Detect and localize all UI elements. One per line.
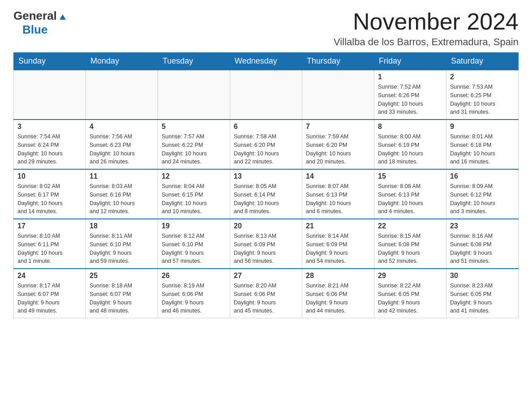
day-number: 20 <box>234 222 298 230</box>
day-info: Sunrise: 8:00 AM Sunset: 6:19 PM Dayligh… <box>378 133 442 166</box>
day-cell: 22Sunrise: 8:15 AM Sunset: 6:08 PM Dayli… <box>374 219 446 269</box>
day-cell <box>14 70 86 120</box>
day-number: 23 <box>450 222 515 230</box>
col-header-sunday: Sunday <box>14 53 86 70</box>
day-cell: 24Sunrise: 8:17 AM Sunset: 6:07 PM Dayli… <box>14 269 86 318</box>
day-info: Sunrise: 8:21 AM Sunset: 6:06 PM Dayligh… <box>306 282 370 315</box>
day-cell: 28Sunrise: 8:21 AM Sunset: 6:06 PM Dayli… <box>302 269 374 318</box>
day-number: 4 <box>90 123 154 131</box>
day-number: 9 <box>450 123 515 131</box>
day-info: Sunrise: 8:18 AM Sunset: 6:07 PM Dayligh… <box>90 282 154 315</box>
week-row-5: 24Sunrise: 8:17 AM Sunset: 6:07 PM Dayli… <box>14 269 519 318</box>
logo-general: General <box>13 9 57 23</box>
svg-marker-0 <box>60 14 66 20</box>
day-cell: 8Sunrise: 8:00 AM Sunset: 6:19 PM Daylig… <box>374 120 446 169</box>
day-info: Sunrise: 8:12 AM Sunset: 6:10 PM Dayligh… <box>162 232 226 265</box>
day-info: Sunrise: 8:22 AM Sunset: 6:05 PM Dayligh… <box>378 282 442 315</box>
day-cell: 18Sunrise: 8:11 AM Sunset: 6:10 PM Dayli… <box>86 219 158 269</box>
day-cell: 13Sunrise: 8:05 AM Sunset: 6:14 PM Dayli… <box>230 169 302 219</box>
day-cell: 9Sunrise: 8:01 AM Sunset: 6:18 PM Daylig… <box>446 120 519 169</box>
day-number: 21 <box>306 222 370 230</box>
day-info: Sunrise: 8:07 AM Sunset: 6:13 PM Dayligh… <box>306 182 370 216</box>
day-cell <box>86 70 158 120</box>
title-section: November 2024 Villalba de los Barros, Ex… <box>334 9 519 48</box>
month-year-title: November 2024 <box>334 9 519 34</box>
week-row-3: 10Sunrise: 8:02 AM Sunset: 6:17 PM Dayli… <box>14 169 519 219</box>
day-cell: 1Sunrise: 7:52 AM Sunset: 6:26 PM Daylig… <box>374 70 446 120</box>
day-info: Sunrise: 8:23 AM Sunset: 6:05 PM Dayligh… <box>450 282 515 315</box>
day-info: Sunrise: 8:16 AM Sunset: 6:08 PM Dayligh… <box>450 232 515 265</box>
day-info: Sunrise: 7:58 AM Sunset: 6:20 PM Dayligh… <box>234 133 298 166</box>
day-info: Sunrise: 7:54 AM Sunset: 6:24 PM Dayligh… <box>17 133 82 166</box>
day-info: Sunrise: 8:13 AM Sunset: 6:09 PM Dayligh… <box>234 232 298 265</box>
day-info: Sunrise: 8:14 AM Sunset: 6:09 PM Dayligh… <box>306 232 370 265</box>
page-header: General Blue November 2024 Villalba de l… <box>13 9 519 48</box>
day-info: Sunrise: 8:20 AM Sunset: 6:06 PM Dayligh… <box>234 282 298 315</box>
day-info: Sunrise: 8:09 AM Sunset: 6:12 PM Dayligh… <box>450 182 515 216</box>
day-cell: 25Sunrise: 8:18 AM Sunset: 6:07 PM Dayli… <box>86 269 158 318</box>
logo: General Blue <box>13 9 68 37</box>
calendar-table: SundayMondayTuesdayWednesdayThursdayFrid… <box>13 52 519 318</box>
col-header-saturday: Saturday <box>446 53 519 70</box>
day-cell: 30Sunrise: 8:23 AM Sunset: 6:05 PM Dayli… <box>446 269 519 318</box>
day-info: Sunrise: 8:17 AM Sunset: 6:07 PM Dayligh… <box>17 282 82 315</box>
day-info: Sunrise: 8:01 AM Sunset: 6:18 PM Dayligh… <box>450 133 515 166</box>
day-cell: 11Sunrise: 8:03 AM Sunset: 6:16 PM Dayli… <box>86 169 158 219</box>
day-number: 13 <box>234 172 298 180</box>
day-number: 29 <box>378 272 442 280</box>
day-cell: 2Sunrise: 7:53 AM Sunset: 6:25 PM Daylig… <box>446 70 519 120</box>
day-info: Sunrise: 8:03 AM Sunset: 6:16 PM Dayligh… <box>90 182 154 216</box>
col-header-thursday: Thursday <box>302 53 374 70</box>
day-number: 7 <box>306 123 370 131</box>
day-number: 19 <box>162 222 226 230</box>
day-cell: 20Sunrise: 8:13 AM Sunset: 6:09 PM Dayli… <box>230 219 302 269</box>
col-header-tuesday: Tuesday <box>158 53 230 70</box>
day-cell: 23Sunrise: 8:16 AM Sunset: 6:08 PM Dayli… <box>446 219 519 269</box>
day-number: 2 <box>450 73 515 81</box>
day-cell: 27Sunrise: 8:20 AM Sunset: 6:06 PM Dayli… <box>230 269 302 318</box>
day-info: Sunrise: 8:19 AM Sunset: 6:06 PM Dayligh… <box>162 282 226 315</box>
day-number: 25 <box>90 272 154 280</box>
day-number: 22 <box>378 222 442 230</box>
day-info: Sunrise: 8:02 AM Sunset: 6:17 PM Dayligh… <box>17 182 82 216</box>
day-cell: 3Sunrise: 7:54 AM Sunset: 6:24 PM Daylig… <box>14 120 86 169</box>
day-cell: 6Sunrise: 7:58 AM Sunset: 6:20 PM Daylig… <box>230 120 302 169</box>
day-cell <box>158 70 230 120</box>
day-number: 18 <box>90 222 154 230</box>
location-subtitle: Villalba de los Barros, Extremadura, Spa… <box>334 36 519 48</box>
day-number: 14 <box>306 172 370 180</box>
day-info: Sunrise: 7:59 AM Sunset: 6:20 PM Dayligh… <box>306 133 370 166</box>
calendar-header-row: SundayMondayTuesdayWednesdayThursdayFrid… <box>14 53 519 70</box>
day-number: 17 <box>17 222 82 230</box>
day-number: 5 <box>162 123 226 131</box>
week-row-2: 3Sunrise: 7:54 AM Sunset: 6:24 PM Daylig… <box>14 120 519 169</box>
col-header-friday: Friday <box>374 53 446 70</box>
day-cell: 10Sunrise: 8:02 AM Sunset: 6:17 PM Dayli… <box>14 169 86 219</box>
day-number: 16 <box>450 172 515 180</box>
day-number: 24 <box>17 272 82 280</box>
day-cell: 17Sunrise: 8:10 AM Sunset: 6:11 PM Dayli… <box>14 219 86 269</box>
day-number: 10 <box>17 172 82 180</box>
day-info: Sunrise: 8:04 AM Sunset: 6:15 PM Dayligh… <box>162 182 226 216</box>
day-number: 15 <box>378 172 442 180</box>
day-info: Sunrise: 7:57 AM Sunset: 6:22 PM Dayligh… <box>162 133 226 166</box>
day-info: Sunrise: 7:56 AM Sunset: 6:23 PM Dayligh… <box>90 133 154 166</box>
day-cell: 19Sunrise: 8:12 AM Sunset: 6:10 PM Dayli… <box>158 219 230 269</box>
day-number: 11 <box>90 172 154 180</box>
day-cell: 5Sunrise: 7:57 AM Sunset: 6:22 PM Daylig… <box>158 120 230 169</box>
day-cell: 21Sunrise: 8:14 AM Sunset: 6:09 PM Dayli… <box>302 219 374 269</box>
col-header-wednesday: Wednesday <box>230 53 302 70</box>
day-number: 8 <box>378 123 442 131</box>
day-number: 3 <box>17 123 82 131</box>
day-cell: 16Sunrise: 8:09 AM Sunset: 6:12 PM Dayli… <box>446 169 519 219</box>
day-info: Sunrise: 7:52 AM Sunset: 6:26 PM Dayligh… <box>378 83 442 116</box>
day-info: Sunrise: 8:11 AM Sunset: 6:10 PM Dayligh… <box>90 232 154 265</box>
day-number: 30 <box>450 272 515 280</box>
day-cell: 26Sunrise: 8:19 AM Sunset: 6:06 PM Dayli… <box>158 269 230 318</box>
day-info: Sunrise: 7:53 AM Sunset: 6:25 PM Dayligh… <box>450 83 515 116</box>
week-row-1: 1Sunrise: 7:52 AM Sunset: 6:26 PM Daylig… <box>14 70 519 120</box>
day-cell: 12Sunrise: 8:04 AM Sunset: 6:15 PM Dayli… <box>158 169 230 219</box>
day-number: 6 <box>234 123 298 131</box>
day-number: 26 <box>162 272 226 280</box>
day-info: Sunrise: 8:10 AM Sunset: 6:11 PM Dayligh… <box>17 232 82 265</box>
